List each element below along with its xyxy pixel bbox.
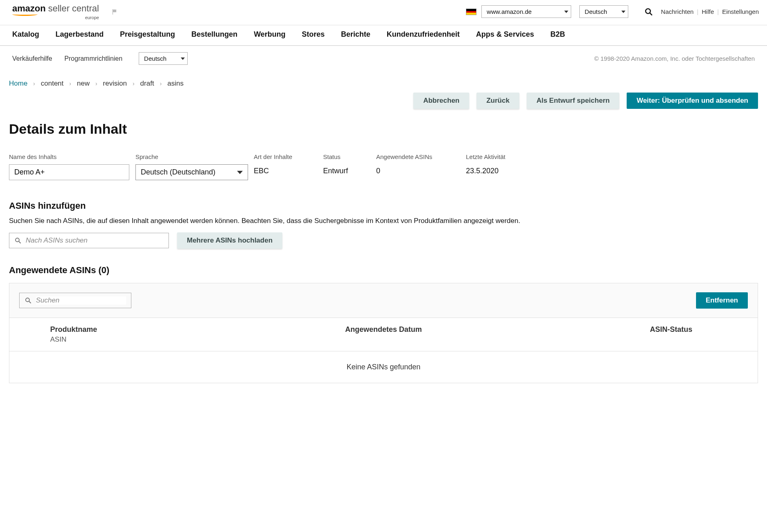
chevron-right-icon: › xyxy=(95,80,98,87)
svg-point-0 xyxy=(646,9,651,13)
svg-point-2 xyxy=(16,238,19,242)
content-type-label: Art der Inhalte xyxy=(254,153,323,160)
applied-asins-box: Entfernen Produktname ASIN Angewendetes … xyxy=(9,283,758,383)
upload-asins-button[interactable]: Mehrere ASINs hochladen xyxy=(177,232,282,249)
language-select[interactable]: Deutsch xyxy=(579,5,628,18)
svg-line-5 xyxy=(29,301,31,303)
chevron-right-icon: › xyxy=(133,80,135,87)
breadcrumb-home[interactable]: Home xyxy=(9,79,27,88)
asin-search-row: Mehrere ASINs hochladen xyxy=(9,232,758,249)
nav-reports[interactable]: Berichte xyxy=(341,30,370,39)
policies-link[interactable]: Programmrichtlinien xyxy=(64,55,122,62)
applied-filter-box[interactable] xyxy=(19,293,131,308)
nav-stores[interactable]: Stores xyxy=(302,30,325,39)
col-applied-date: Angewendetes Datum xyxy=(273,325,495,344)
flag-icon xyxy=(110,9,120,15)
logo-region: europe xyxy=(85,15,99,20)
status-label: Status xyxy=(323,153,376,160)
breadcrumb-revision[interactable]: revision xyxy=(103,79,127,88)
content-name-input[interactable] xyxy=(9,164,129,180)
chevron-right-icon: › xyxy=(33,80,35,87)
top-header: amazon seller central europe www.amazon.… xyxy=(0,0,767,25)
applied-asins-value: 0 xyxy=(376,164,466,175)
germany-flag-icon xyxy=(466,9,477,15)
breadcrumb-asins: asins xyxy=(167,79,184,88)
marketplace-value: www.amazon.de xyxy=(487,8,532,15)
breadcrumb-content[interactable]: content xyxy=(41,79,64,88)
asin-search-input[interactable] xyxy=(26,236,164,245)
empty-state: Keine ASINs gefunden xyxy=(9,351,758,383)
chevron-right-icon: › xyxy=(160,80,162,87)
chevron-down-icon xyxy=(181,57,185,60)
content-name-label: Name des Inhalts xyxy=(9,153,135,160)
main-nav: Katalog Lagerbestand Preisgestaltung Bes… xyxy=(0,25,767,46)
language-select-input[interactable]: Deutsch (Deutschland) xyxy=(135,164,248,180)
nav-customer-satisfaction[interactable]: Kundenzufriedenheit xyxy=(387,30,460,39)
logo[interactable]: amazon seller central europe xyxy=(12,3,99,20)
applied-filter-input[interactable] xyxy=(36,296,126,305)
marketplace-select[interactable]: www.amazon.de xyxy=(481,5,571,18)
col-asin-status: ASIN-Status xyxy=(494,325,717,344)
chevron-down-icon xyxy=(621,11,625,13)
page-title: Details zum Inhalt xyxy=(9,121,758,137)
svg-line-1 xyxy=(650,13,652,15)
chevron-right-icon: › xyxy=(69,80,71,87)
breadcrumb-new[interactable]: new xyxy=(77,79,89,88)
action-buttons: Abbrechen Zurück Als Entwurf speichern W… xyxy=(9,93,758,109)
chevron-down-icon xyxy=(237,171,243,174)
nav-catalog[interactable]: Katalog xyxy=(12,30,39,39)
content-type-value: EBC xyxy=(254,164,323,175)
help-language-select[interactable]: Deutsch xyxy=(139,52,188,65)
logo-amazon-text: amazon xyxy=(12,3,46,13)
table-header: Produktname ASIN Angewendetes Datum ASIN… xyxy=(9,318,758,351)
seller-help-link[interactable]: Verkäuferhilfe xyxy=(12,55,52,62)
copyright-text: © 1998-2020 Amazon.com, Inc. oder Tochte… xyxy=(594,55,755,62)
breadcrumb: Home › content › new › revision › draft … xyxy=(9,79,758,88)
search-icon[interactable] xyxy=(645,8,653,16)
last-activity-label: Letzte Aktivität xyxy=(466,153,535,160)
last-activity-value: 23.5.2020 xyxy=(466,164,535,175)
nav-b2b[interactable]: B2B xyxy=(550,30,565,39)
svg-point-4 xyxy=(26,298,29,302)
search-icon xyxy=(24,297,32,304)
applied-asins-toolbar: Entfernen xyxy=(9,283,758,318)
col-product-name: Produktname xyxy=(50,325,273,334)
language-label: Sprache xyxy=(135,153,254,160)
applied-asins-heading: Angewendete ASINs (0) xyxy=(9,265,758,276)
asin-search-box[interactable] xyxy=(9,233,169,248)
page-content: Home › content › new › revision › draft … xyxy=(0,71,767,400)
details-grid: Name des Inhalts Sprache Deutsch (Deutsc… xyxy=(9,153,758,180)
search-icon xyxy=(14,237,22,244)
cancel-button[interactable]: Abbrechen xyxy=(413,93,469,109)
next-button[interactable]: Weiter: Überprüfen und absenden xyxy=(627,93,758,109)
add-asins-help: Suchen Sie nach ASINs, die auf diesen In… xyxy=(9,217,758,225)
breadcrumb-draft[interactable]: draft xyxy=(140,79,154,88)
remove-button[interactable]: Entfernen xyxy=(696,292,748,309)
language-select-value: Deutsch (Deutschland) xyxy=(141,168,215,176)
nav-advertising[interactable]: Werbung xyxy=(254,30,286,39)
help-link[interactable]: Hilfe xyxy=(702,8,714,15)
top-links: Nachrichten | Hilfe | Einstellungen xyxy=(661,8,759,15)
nav-inventory[interactable]: Lagerbestand xyxy=(55,30,104,39)
nav-apps[interactable]: Apps & Services xyxy=(476,30,534,39)
messages-link[interactable]: Nachrichten xyxy=(661,8,694,15)
applied-asins-label: Angewendete ASINs xyxy=(376,153,466,160)
save-draft-button[interactable]: Als Entwurf speichern xyxy=(527,93,619,109)
status-value: Entwurf xyxy=(323,164,376,175)
nav-orders[interactable]: Bestellungen xyxy=(191,30,237,39)
add-asins-heading: ASINs hinzufügen xyxy=(9,201,758,211)
help-language-value: Deutsch xyxy=(144,55,166,62)
svg-line-3 xyxy=(19,241,21,243)
chevron-down-icon xyxy=(564,11,568,13)
language-value: Deutsch xyxy=(585,8,607,15)
nav-pricing[interactable]: Preisgestaltung xyxy=(120,30,175,39)
back-button[interactable]: Zurück xyxy=(477,93,519,109)
settings-link[interactable]: Einstellungen xyxy=(722,8,759,15)
col-asin: ASIN xyxy=(50,336,273,344)
logo-seller-text: seller central xyxy=(48,3,99,14)
sub-bar: Verkäuferhilfe Programmrichtlinien Deuts… xyxy=(0,46,767,71)
